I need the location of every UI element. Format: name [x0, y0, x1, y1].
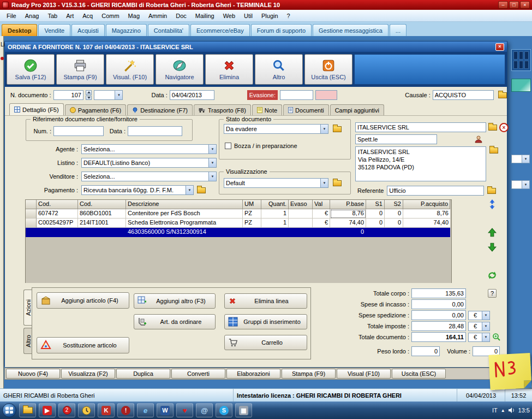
- speaker-icon[interactable]: [509, 408, 515, 413]
- nuovo-button[interactable]: Nuovo (F4): [6, 369, 60, 379]
- taskbar-word-button[interactable]: W: [157, 403, 174, 417]
- tab-forum[interactable]: Forum di supporto: [251, 24, 312, 36]
- documento-currency-select[interactable]: €▼: [468, 333, 490, 342]
- menu-comm[interactable]: Comm: [97, 11, 123, 21]
- tab-documenti[interactable]: Documenti: [283, 104, 329, 115]
- taskbar-update-button[interactable]: 2: [58, 403, 75, 417]
- background-dropdown-2[interactable]: ▼: [511, 180, 530, 189]
- col-s1[interactable]: S1: [366, 200, 385, 209]
- taskbar-browser-button[interactable]: @: [196, 403, 213, 417]
- tab-azioni[interactable]: Azioni: [23, 290, 32, 326]
- stato-folder-icon[interactable]: [333, 126, 342, 132]
- tab-trasporto[interactable]: Trasporto (F8): [194, 104, 251, 115]
- pagamento-folder-icon[interactable]: [197, 187, 206, 193]
- visual-f10-button[interactable]: Visual (F10): [337, 369, 391, 379]
- supplier-clear-icon[interactable]: ×: [499, 123, 509, 132]
- spedizione-currency-select[interactable]: €▼: [468, 311, 490, 320]
- stato-select[interactable]: Da evadere▼: [224, 124, 328, 134]
- menu-file[interactable]: File: [2, 11, 21, 21]
- supplier-address-box[interactable]: ITALSERVICE SRL Via Pellizzo, 14/E 35128…: [355, 146, 486, 181]
- listino-select[interactable]: DEFAULT(Listino Banco)▼: [81, 158, 217, 168]
- visualizzazione-folder-icon[interactable]: [333, 180, 342, 186]
- tab-messaggistica[interactable]: Gestione messaggistica: [313, 24, 388, 36]
- menu-anag[interactable]: Anag: [21, 11, 44, 21]
- visualizzazione-select[interactable]: Default▼: [224, 178, 328, 188]
- col-pacquisto[interactable]: P.acquisto: [403, 200, 450, 209]
- tab-destinazione[interactable]: Destinazione (F7): [127, 104, 193, 115]
- contact-person-icon[interactable]: [474, 135, 483, 144]
- n-documento-spinner[interactable]: [86, 90, 92, 100]
- col-um[interactable]: UM: [243, 200, 261, 209]
- col-cod2[interactable]: Cod.: [78, 200, 126, 209]
- visualizza-button[interactable]: Visualizza (F2): [61, 369, 115, 379]
- documento-suffix-select[interactable]: ▼: [94, 90, 123, 100]
- menu-tab[interactable]: Tab: [43, 11, 62, 21]
- n-documento-input[interactable]: 107: [53, 90, 83, 100]
- taskbar-skype-button[interactable]: S: [216, 403, 232, 417]
- tray-language[interactable]: IT: [492, 407, 498, 414]
- table-row[interactable]: C00254297P 214IT1001 Scheda Elettronica …: [26, 219, 451, 228]
- supplier-name-input[interactable]: ITALSERVICE SRL: [355, 122, 486, 132]
- menu-mag[interactable]: Mag: [124, 11, 144, 21]
- col-cod1[interactable]: Cod.: [37, 200, 78, 209]
- taskbar-readypro-button[interactable]: ♥: [176, 403, 193, 417]
- totale-documento-input[interactable]: 164,11: [411, 332, 466, 342]
- row-selector[interactable]: [26, 219, 37, 228]
- elimina-button[interactable]: Elimina: [205, 54, 253, 85]
- evasione-secondary-input[interactable]: [315, 90, 337, 100]
- carrello-button[interactable]: Carrello: [224, 335, 307, 350]
- totale-corpo-input[interactable]: 135,63: [411, 288, 466, 298]
- taskbar-calc-button[interactable]: ▦: [235, 403, 252, 417]
- aggiungi-altro-button[interactable]: Aggiungi altro (F3): [134, 293, 216, 309]
- tray-clock[interactable]: 13:5: [518, 407, 530, 414]
- col-quant[interactable]: Quant.: [261, 200, 289, 209]
- pagamento-select[interactable]: Ricevuta bancaria 60gg. D.F. F.M.▼: [81, 185, 194, 195]
- tab-magazzino[interactable]: Magazzino: [106, 24, 147, 36]
- close-button[interactable]: ×: [520, 1, 530, 9]
- tab-ecommerce[interactable]: Ecommerce/eBay: [190, 24, 250, 36]
- row-selector[interactable]: [26, 209, 37, 219]
- taskbar-ie-button[interactable]: e: [137, 403, 154, 417]
- start-button[interactable]: [2, 403, 16, 417]
- referente-folder-icon[interactable]: [487, 188, 496, 194]
- maximize-button[interactable]: □: [509, 1, 519, 9]
- venditore-select[interactable]: Seleziona...▼: [81, 172, 217, 181]
- navigatore-button[interactable]: Navigatore: [156, 54, 204, 85]
- causale-folder-icon[interactable]: [498, 92, 507, 98]
- spese-incasso-input[interactable]: 0,00: [411, 299, 466, 309]
- col-evaso[interactable]: Evaso: [289, 200, 313, 209]
- refresh-icon[interactable]: [487, 270, 497, 280]
- tab-note[interactable]: Note: [252, 104, 282, 115]
- elaborazioni-button[interactable]: Elaborazioni: [226, 369, 280, 379]
- tab-acquisti[interactable]: Acquisti: [71, 24, 105, 36]
- menu-ammin[interactable]: Ammin: [144, 11, 171, 21]
- move-row-icon[interactable]: [487, 199, 497, 209]
- tab-contabilita[interactable]: Contabilita': [148, 24, 189, 36]
- menu-art[interactable]: Art: [62, 11, 78, 21]
- sostituzione-articolo-button[interactable]: Sostituzione articolo: [37, 337, 129, 353]
- menu-mailing[interactable]: Mailing: [191, 11, 219, 21]
- taskbar-clock-button[interactable]: [78, 403, 95, 417]
- zoom-plus-icon[interactable]: [492, 333, 501, 341]
- tray-expand-icon[interactable]: ▲: [501, 408, 505, 413]
- taskbar-media-button[interactable]: ▶: [39, 403, 56, 417]
- taskbar-explorer-button[interactable]: [19, 403, 36, 417]
- salva-button[interactable]: Salva (F12): [7, 54, 55, 85]
- uscita-button[interactable]: Uscita (ESC): [304, 54, 352, 85]
- tab-pagamento[interactable]: Pagamento (F6): [65, 104, 126, 115]
- gruppi-inserimento-button[interactable]: Gruppi di inserimento: [224, 314, 307, 329]
- menu-acq[interactable]: Acq: [78, 11, 97, 21]
- taskbar-security-button[interactable]: !: [117, 403, 134, 417]
- agente-select[interactable]: Seleziona...▼: [81, 144, 217, 154]
- aggiungi-articolo-button[interactable]: Aggiungi articolo (F4): [37, 292, 129, 309]
- col-val[interactable]: Val: [313, 200, 330, 209]
- table-row-selected[interactable]: 46303560000 S/N312300914 0: [26, 228, 451, 237]
- stampa-f9-button[interactable]: Stampa (F9): [282, 369, 336, 379]
- supplier-folder-icon[interactable]: [488, 125, 497, 131]
- menu-doc[interactable]: Doc: [171, 11, 191, 21]
- elimina-linea-button[interactable]: Elimina linea: [224, 293, 307, 309]
- order-window-titlebar[interactable]: ORDINE A FORNITORE N. 107 del 04/04/2013…: [5, 42, 507, 52]
- riferimento-data-input[interactable]: [128, 126, 182, 136]
- move-up-icon[interactable]: [487, 228, 497, 238]
- background-dropdown-1[interactable]: ▼: [511, 155, 530, 163]
